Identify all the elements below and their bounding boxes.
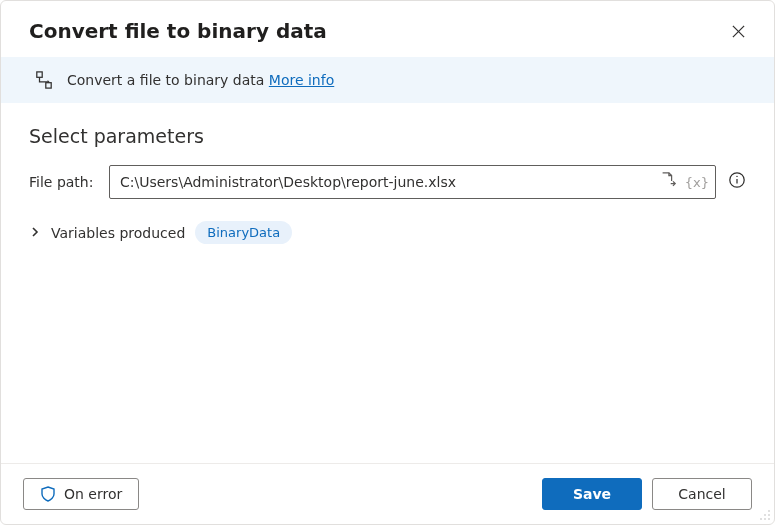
svg-marker-4 [48, 80, 50, 82]
on-error-label: On error [64, 486, 122, 502]
file-path-label: File path: [29, 174, 97, 190]
svg-point-10 [764, 514, 766, 516]
save-button[interactable]: Save [542, 478, 642, 510]
input-icons: {x} [653, 171, 709, 193]
dialog-header: Convert file to binary data [1, 1, 774, 57]
info-icon [728, 171, 746, 189]
file-picker-button[interactable] [659, 171, 677, 193]
svg-point-8 [768, 510, 770, 512]
on-error-button[interactable]: On error [23, 478, 139, 510]
banner-text: Convert a file to binary data More info [67, 72, 334, 88]
close-button[interactable] [726, 19, 750, 43]
banner-message: Convert a file to binary data [67, 72, 269, 88]
svg-point-9 [768, 514, 770, 516]
file-path-input-wrap[interactable]: {x} [109, 165, 716, 199]
variables-produced-label[interactable]: Variables produced [51, 225, 185, 241]
dialog: Convert file to binary data Convert a fi… [0, 0, 775, 525]
file-picker-icon [659, 171, 677, 189]
shield-icon [40, 486, 56, 502]
close-icon [731, 24, 746, 39]
variable-chip[interactable]: BinaryData [195, 221, 292, 244]
svg-point-12 [764, 518, 766, 520]
svg-rect-2 [37, 72, 42, 77]
svg-rect-3 [46, 83, 51, 88]
svg-point-13 [760, 518, 762, 520]
dialog-footer: On error Save Cancel [1, 463, 774, 524]
dialog-body: Select parameters File path: {x} [1, 103, 774, 463]
svg-point-11 [768, 518, 770, 520]
resize-grip-icon[interactable] [759, 509, 771, 521]
expand-variables-button[interactable] [29, 223, 41, 242]
section-title: Select parameters [29, 125, 746, 147]
dialog-title: Convert file to binary data [29, 19, 327, 43]
footer-right: Save Cancel [542, 478, 752, 510]
more-info-link[interactable]: More info [269, 72, 334, 88]
file-path-row: File path: {x} [29, 165, 746, 199]
info-button[interactable] [728, 171, 746, 193]
variables-produced-row: Variables produced BinaryData [29, 221, 746, 244]
chevron-right-icon [29, 226, 41, 238]
cancel-button[interactable]: Cancel [652, 478, 752, 510]
insert-variable-button[interactable]: {x} [685, 175, 709, 190]
file-path-input[interactable] [120, 174, 653, 190]
convert-binary-icon [35, 71, 53, 89]
info-banner: Convert a file to binary data More info [1, 57, 774, 103]
svg-point-7 [736, 176, 737, 177]
